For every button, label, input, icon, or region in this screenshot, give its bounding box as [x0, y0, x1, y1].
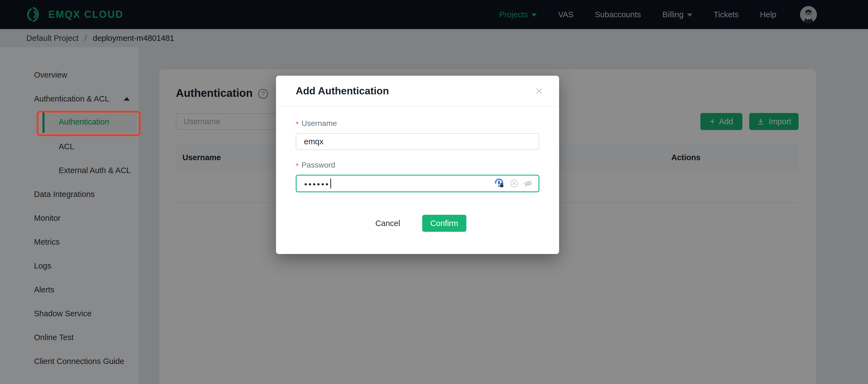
confirm-button[interactable]: Confirm: [422, 215, 466, 232]
text-cursor: [330, 179, 331, 188]
toggle-password-visibility-icon[interactable]: [523, 179, 533, 188]
username-field-label: Username: [302, 119, 337, 128]
password-masked-value: ••••••: [304, 180, 330, 188]
cancel-button[interactable]: Cancel: [369, 215, 407, 232]
required-asterisk: *: [296, 162, 299, 170]
clear-input-icon[interactable]: [509, 179, 519, 188]
dialog-username-input[interactable]: [296, 133, 539, 150]
required-asterisk: *: [296, 120, 299, 129]
add-authentication-dialog: Add Authentication * Username * Password…: [276, 76, 559, 254]
dialog-title: Add Authentication: [296, 85, 389, 97]
password-field-label: Password: [302, 161, 335, 169]
password-manager-icon[interactable]: [494, 178, 505, 189]
dialog-password-input[interactable]: ••••••: [296, 175, 539, 192]
close-icon[interactable]: [534, 86, 544, 96]
